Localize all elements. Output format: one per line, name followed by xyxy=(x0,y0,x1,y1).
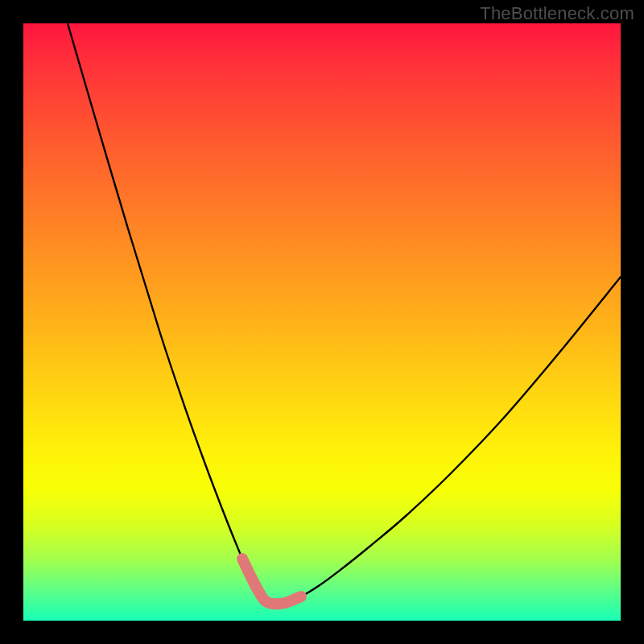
watermark-text: TheBottleneck.com xyxy=(480,3,634,24)
bottleneck-curve-svg xyxy=(23,23,621,621)
chart-stage: TheBottleneck.com xyxy=(0,0,644,644)
bottleneck-curve-thick-segment xyxy=(242,559,301,604)
plot-area xyxy=(23,23,621,621)
bottleneck-curve xyxy=(68,23,621,604)
